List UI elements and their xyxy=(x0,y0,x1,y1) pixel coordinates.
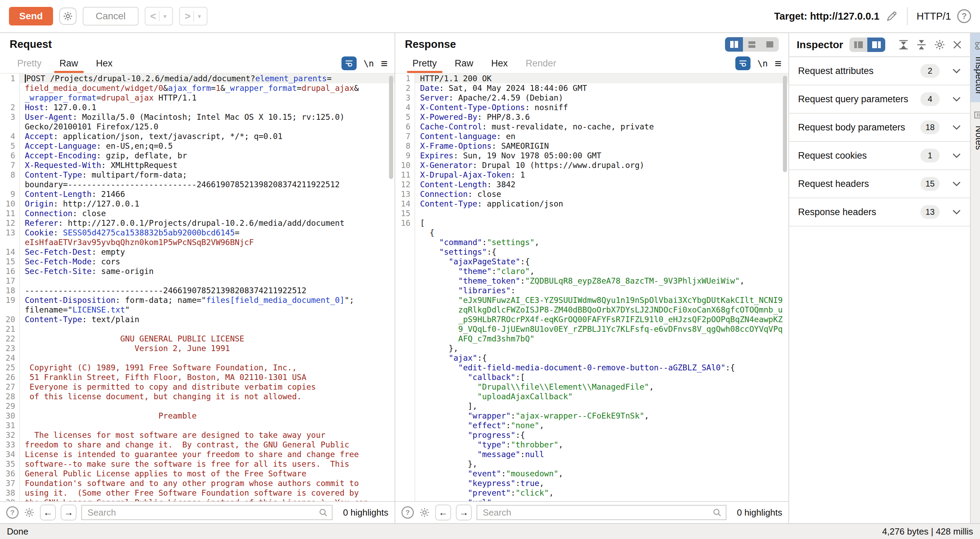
code-line: of this license document, but changing i… xyxy=(25,392,302,401)
notes-document-icon xyxy=(974,110,980,120)
word-wrap-toggle-button[interactable] xyxy=(735,57,751,70)
dropdown-arrow-icon[interactable]: ▼ xyxy=(197,13,202,19)
search-previous-button[interactable]: ← xyxy=(40,504,56,520)
code-line: "prevent":"click", xyxy=(420,488,554,497)
layout-columns-button[interactable] xyxy=(725,37,743,52)
close-icon[interactable] xyxy=(952,40,963,50)
code-line-number: 24 xyxy=(0,353,19,363)
inspector-settings-gear-icon[interactable] xyxy=(934,38,946,51)
inspector-section-request-attributes[interactable]: Request attributes 2 xyxy=(789,57,970,86)
response-highlights-count: 0 highlights xyxy=(737,507,782,518)
code-row: zqRlkgDdlcFWZoISJP8-ZM40dBBQoOrbX7DYsLJ2… xyxy=(395,305,788,315)
code-row: 16 [ xyxy=(395,218,788,228)
previous-request-button[interactable]: < ▼ xyxy=(145,7,173,25)
response-editor[interactable]: 1 HTTP/1.1 200 OK 2 Date: Sat, 04 May 20… xyxy=(395,73,788,501)
search-help-icon[interactable]: ? xyxy=(401,506,414,519)
layout-rows-button[interactable] xyxy=(743,37,761,52)
chevron-down-icon xyxy=(952,125,961,130)
side-tab-notes[interactable]: Notes xyxy=(971,102,980,158)
code-line-number: 13 xyxy=(395,189,415,199)
code-line: "effect":"none", xyxy=(420,421,544,430)
code-row: 35 software--to make sure the software i… xyxy=(0,459,395,469)
tab-hex[interactable]: Hex xyxy=(89,58,120,73)
side-tab-inspector[interactable]: Inspector xyxy=(971,33,980,102)
word-wrap-toggle-button[interactable] xyxy=(342,57,356,70)
code-line-number: 8 xyxy=(395,141,415,151)
code-line-number: 15 xyxy=(395,209,415,218)
inspector-section-label: Response headers xyxy=(798,207,920,217)
code-row: 27 Everyone is permitted to copy and dis… xyxy=(0,382,395,392)
code-line-number xyxy=(395,411,415,421)
tab-pretty[interactable]: Pretty xyxy=(405,58,444,73)
code-row: }, xyxy=(395,459,788,469)
chevron-down-icon xyxy=(952,97,961,102)
code-line-number: 20 xyxy=(0,315,19,324)
inspector-section-request-headers[interactable]: Request headers 15 xyxy=(789,170,970,198)
code-line: "theme_token":"ZQDBULqR8_eypZ8eA78_8azcT… xyxy=(420,276,745,285)
send-button[interactable]: Send xyxy=(9,7,53,25)
search-settings-gear-icon[interactable] xyxy=(419,507,430,518)
request-search-input[interactable] xyxy=(81,505,332,520)
layout-single-button[interactable] xyxy=(761,37,779,52)
editor-menu-icon[interactable]: ≡ xyxy=(775,57,781,69)
code-row: AFQ_c7md3shm7bQ" xyxy=(395,334,788,344)
http-version-selector[interactable]: HTTP/1 xyxy=(916,11,951,22)
inspector-section-count-badge: 4 xyxy=(920,92,940,106)
tab-pretty[interactable]: Pretty xyxy=(10,58,49,73)
search-settings-gear-icon[interactable] xyxy=(24,507,35,518)
code-row: { xyxy=(395,228,788,238)
code-line-number: 11 xyxy=(395,170,415,180)
expand-all-icon[interactable] xyxy=(898,39,909,51)
show-newlines-toggle[interactable]: \n xyxy=(757,59,768,68)
dropdown-arrow-icon[interactable]: ▼ xyxy=(162,13,167,19)
inspector-sections: Request attributes 2 Request query param… xyxy=(789,57,970,523)
inspector-section-request-body-parameters[interactable]: Request body parameters 18 xyxy=(789,114,970,142)
tab-raw[interactable]: Raw xyxy=(52,58,86,73)
code-line: X-Frame-Options: SAMEORIGIN xyxy=(420,141,549,151)
collapse-all-icon[interactable] xyxy=(916,39,927,51)
edit-pencil-icon[interactable] xyxy=(886,10,898,22)
next-request-button[interactable]: > ▼ xyxy=(179,7,207,25)
code-row: 32 The licenses for most software are de… xyxy=(0,430,395,440)
inspector-section-request-cookies[interactable]: Request cookies 1 xyxy=(789,142,970,170)
request-settings-gear-button[interactable] xyxy=(59,8,76,25)
search-previous-button[interactable]: ← xyxy=(435,504,451,520)
code-line-number xyxy=(395,430,415,440)
code-line: "ajax":{ xyxy=(420,354,487,362)
code-line-number: 7 xyxy=(395,132,415,141)
response-search-input[interactable] xyxy=(477,505,726,520)
tab-render[interactable]: Render xyxy=(518,58,564,73)
inspector-section-response-headers[interactable]: Response headers 13 xyxy=(789,198,970,227)
inspector-layout-toggle xyxy=(850,38,885,52)
code-line: "wrapper":"ajax-wrapper--CFoEkE9TnSk", xyxy=(420,411,649,420)
code-line-number: 35 xyxy=(0,459,19,469)
tab-raw[interactable]: Raw xyxy=(447,58,481,73)
request-editor[interactable]: 1 POST /Projects/drupal-10.2.6/media/add… xyxy=(0,73,395,501)
code-line: [ xyxy=(420,219,425,228)
request-scrollbar[interactable] xyxy=(389,76,393,179)
code-row: "callback":[ xyxy=(395,373,788,382)
search-next-button[interactable]: → xyxy=(60,504,76,520)
tab-hex[interactable]: Hex xyxy=(484,58,515,73)
code-row: 14 Sec-Fetch-Dest: empty xyxy=(0,247,395,257)
inspector-dock-left-button[interactable] xyxy=(850,38,867,52)
cancel-button[interactable]: Cancel xyxy=(83,7,138,25)
code-row: 5 Accept-Language: en-US,en;q=0.5 xyxy=(0,141,395,151)
code-row: 19 Content-Disposition: form-data; name=… xyxy=(0,295,395,305)
code-line-number: 15 xyxy=(0,257,19,266)
inspector-section-request-query-parameters[interactable]: Request query parameters 4 xyxy=(789,86,970,114)
code-row: "settings":{ xyxy=(395,247,788,257)
code-line-number xyxy=(395,295,415,305)
code-row: eIsHfaaETVr3av95yvbqQhzn0kom1P5wPcNSqB2V… xyxy=(0,238,395,247)
response-scrollbar[interactable] xyxy=(783,76,787,172)
help-icon[interactable]: ? xyxy=(957,9,971,23)
search-next-button[interactable]: → xyxy=(456,504,472,520)
code-row: 7 X-Requested-With: XMLHttpRequest xyxy=(0,160,395,170)
show-newlines-toggle[interactable]: \n xyxy=(364,59,374,68)
search-help-icon[interactable]: ? xyxy=(6,506,19,519)
editor-menu-icon[interactable]: ≡ xyxy=(381,57,388,69)
code-row: 3 Server: Apache/2.4.59 (Debian) xyxy=(395,93,788,103)
word-wrap-icon xyxy=(345,59,353,67)
code-line: Accept-Language: en-US,en;q=0.5 xyxy=(25,141,173,151)
inspector-dock-right-button[interactable] xyxy=(867,38,885,52)
